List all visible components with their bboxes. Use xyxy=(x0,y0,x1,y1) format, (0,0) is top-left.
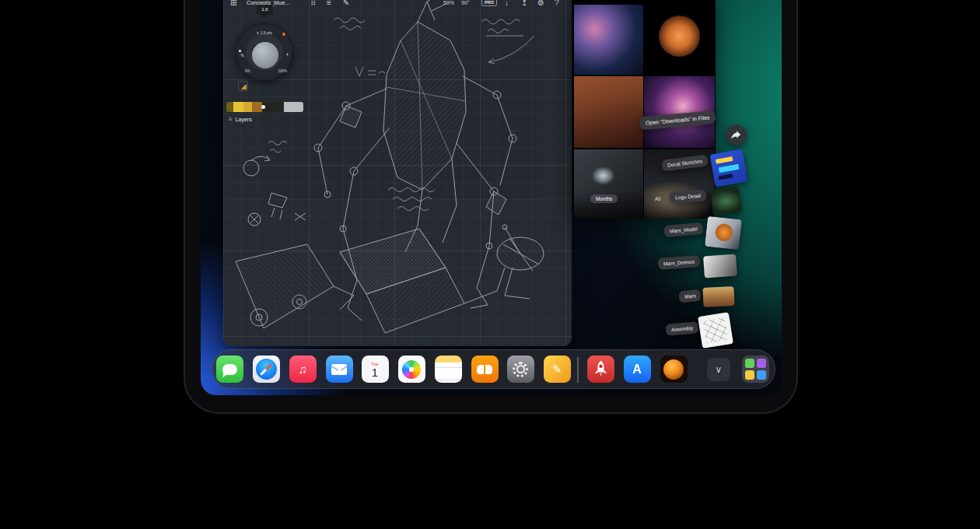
segment-all[interactable]: All xyxy=(655,196,660,201)
dock-app-music[interactable]: ♫ xyxy=(289,356,317,383)
flower-icon xyxy=(402,360,421,379)
drag-item-thumbnail-mars-deimos[interactable] xyxy=(703,254,737,279)
pencil-icon: ✎ xyxy=(552,363,562,377)
desktop: ⊞ Concepts_blue... ⠿ ≡ ✎ 59% 90° PRO ↓ ↥… xyxy=(0,0,980,529)
swatch[interactable] xyxy=(243,102,252,112)
rotation-angle[interactable]: 90° xyxy=(461,0,470,5)
layers-panel-header[interactable]: ≡ Layers xyxy=(229,116,252,123)
planet-icon xyxy=(663,359,684,380)
speech-bubble-icon xyxy=(222,364,237,375)
swatch[interactable] xyxy=(262,102,284,112)
wheel-marker-dot xyxy=(239,50,241,52)
opacity-min-label: 0% xyxy=(245,69,250,73)
compass-icon xyxy=(256,359,277,380)
pen-tool-icon[interactable]: ✎ xyxy=(343,0,349,9)
dots-grid-icon[interactable]: ⠿ xyxy=(310,0,316,9)
dock-divider xyxy=(577,357,579,383)
home-grid-icon[interactable]: ⊞ xyxy=(230,0,236,9)
pro-badge[interactable]: PRO xyxy=(481,0,497,6)
gear-icon xyxy=(513,362,528,377)
dock-app-books[interactable] xyxy=(471,356,499,383)
photo-thumbnail-mars-surface[interactable] xyxy=(574,76,643,148)
dock-app-notes[interactable] xyxy=(435,356,462,383)
calendar-day: 1 xyxy=(372,366,378,379)
open-book-icon xyxy=(477,365,492,374)
drag-item-thumbnail-decal-sketches[interactable] xyxy=(710,149,748,187)
chevron-down-icon: ∨ xyxy=(716,364,723,375)
dock-hide-chevron[interactable]: ∨ xyxy=(707,358,730,381)
rocket-icon xyxy=(587,356,614,383)
photo-thumbnail-mars[interactable] xyxy=(644,5,715,75)
app-library-icon xyxy=(745,359,766,380)
dock-app-settings[interactable] xyxy=(507,356,534,383)
forward-arrow-icon xyxy=(730,129,742,141)
brush-wheel[interactable]: ≡ 1.6 pts ✎ ◑ 0% 100% xyxy=(236,23,293,81)
brush-size-value: 1.6 pts xyxy=(261,30,272,35)
download-icon[interactable]: ↓ xyxy=(505,0,509,9)
dock-app-appstore[interactable]: A xyxy=(624,356,651,383)
dock: ♫ Tue 1 ✎ A ∨ xyxy=(212,349,775,389)
music-note-icon: ♫ xyxy=(298,363,306,376)
dock-app-pencil[interactable]: ✎ xyxy=(544,356,571,383)
dock-app-rocket[interactable] xyxy=(587,356,614,383)
share-forward-bubble[interactable] xyxy=(726,124,747,145)
dock-app-mail[interactable] xyxy=(326,356,353,383)
active-brush-chip[interactable] xyxy=(238,81,248,91)
swatch[interactable] xyxy=(284,102,303,112)
layers-title: Layers xyxy=(236,117,252,122)
ipad-screen: ⊞ Concepts_blue... ⠿ ≡ ✎ 59% 90° PRO ↓ ↥… xyxy=(201,0,782,395)
dock-app-photos[interactable] xyxy=(398,356,425,383)
concepts-toolbar: ⊞ Concepts_blue... ⠿ ≡ ✎ 59% 90° PRO ↓ ↥… xyxy=(223,0,572,14)
envelope-icon xyxy=(331,364,347,375)
swatch[interactable] xyxy=(226,102,233,112)
dock-app-orange-planet[interactable] xyxy=(660,356,688,383)
dock-app-calendar[interactable]: Tue 1 xyxy=(362,356,389,383)
photo-thumbnail-nebula[interactable] xyxy=(574,5,643,75)
photos-app-window[interactable]: Months All xyxy=(573,0,716,219)
wheel-pen-icon[interactable]: ✎ xyxy=(240,53,245,59)
dock-app-safari[interactable] xyxy=(253,356,280,383)
wheel-contrast-icon[interactable]: ◑ xyxy=(285,51,289,57)
brush-preview-hub[interactable] xyxy=(252,42,278,68)
appstore-a-icon: A xyxy=(632,363,642,377)
help-icon[interactable]: ? xyxy=(555,0,559,9)
menu-icon[interactable]: ≡ xyxy=(327,0,331,9)
swatch-selection-dot xyxy=(261,105,265,109)
dock-app-messages[interactable] xyxy=(216,356,243,383)
layers-menu-icon[interactable]: ≡ xyxy=(229,116,233,123)
drag-item-thumbnail-assembly[interactable] xyxy=(698,312,733,349)
swatch[interactable] xyxy=(233,102,243,112)
dock-app-library[interactable] xyxy=(742,356,769,383)
settings-gear-icon[interactable]: ⚙ xyxy=(537,0,544,9)
opacity-max-label: 100% xyxy=(278,69,287,73)
share-icon[interactable]: ↥ xyxy=(521,0,527,9)
drag-item-thumbnail-mars[interactable] xyxy=(702,286,734,307)
concepts-app-window[interactable]: ⊞ Concepts_blue... ⠿ ≡ ✎ 59% 90° PRO ↓ ↥… xyxy=(223,0,572,346)
brush-size-tag: 1.6 xyxy=(257,5,273,15)
drag-item-thumbnail-logo-detail[interactable] xyxy=(710,187,742,215)
zoom-level[interactable]: 59% xyxy=(443,0,454,5)
wheel-accent-dot xyxy=(282,33,285,36)
segment-months[interactable]: Months xyxy=(590,194,618,203)
wheel-menu-icon: ≡ xyxy=(257,30,259,35)
drag-item-thumbnail-mars-model[interactable] xyxy=(705,216,742,250)
